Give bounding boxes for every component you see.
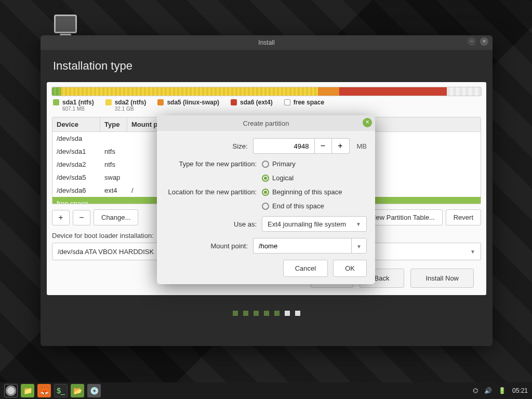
chevron-down-icon: ▼ xyxy=(356,244,362,249)
size-unit: MB xyxy=(357,142,367,150)
partition-legend: sda1 (ntfs)607.1 MB sda2 (ntfs)32.1 GB s… xyxy=(52,96,481,117)
remove-partition-button[interactable]: − xyxy=(73,210,90,225)
install-now-button[interactable]: Install Now xyxy=(410,269,474,288)
add-partition-button[interactable]: + xyxy=(52,210,70,225)
partbar-seg-sda1[interactable] xyxy=(52,87,61,96)
legend-sda1: sda1 (ntfs)607.1 MB xyxy=(53,99,94,112)
network-icon[interactable]: ⌬ xyxy=(473,387,478,394)
swatch-icon xyxy=(105,99,112,105)
partbar-seg-sda2[interactable] xyxy=(61,87,318,96)
window-title: Install xyxy=(258,39,274,46)
radio-icon xyxy=(262,203,269,210)
type-label: Type for the new partition: xyxy=(165,160,262,168)
partbar-seg-free[interactable] xyxy=(447,87,481,96)
legend-sda5: sda5 (linux-swap) xyxy=(157,99,219,112)
dialog-close-button[interactable]: × xyxy=(363,118,372,127)
create-partition-dialog: Create partition × Size: − + MB Type for… xyxy=(157,115,375,284)
radio-primary[interactable]: Primary xyxy=(262,160,367,168)
dialog-ok-button[interactable]: OK xyxy=(333,260,367,277)
radio-icon xyxy=(262,189,269,196)
dot-icon xyxy=(295,311,300,316)
dot-icon xyxy=(264,311,269,316)
partbar-seg-sda5[interactable] xyxy=(318,87,339,96)
swatch-icon xyxy=(284,99,290,105)
radio-icon xyxy=(262,175,269,182)
size-increment-button[interactable]: + xyxy=(332,138,350,154)
dot-icon xyxy=(243,311,248,316)
volume-icon[interactable]: 🔊 xyxy=(484,387,492,394)
minimize-button[interactable]: − xyxy=(468,37,476,46)
battery-icon[interactable]: 🔋 xyxy=(498,387,506,394)
progress-dots xyxy=(41,311,493,316)
legend-free: free space xyxy=(284,99,324,112)
dot-icon xyxy=(254,311,259,316)
partition-bar[interactable] xyxy=(52,87,481,96)
mount-point-input[interactable] xyxy=(253,238,351,254)
desktop-computer-icon[interactable] xyxy=(54,15,77,33)
swatch-icon xyxy=(157,99,164,105)
system-tray: ⌬ 🔊 🔋 05:21 xyxy=(473,387,528,394)
partbar-seg-sda6[interactable] xyxy=(339,87,447,96)
radio-end[interactable]: End of this space xyxy=(262,202,367,210)
window-titlebar: Install − × xyxy=(41,35,493,50)
dot-icon xyxy=(285,311,290,316)
folder-icon[interactable]: 📂 xyxy=(71,384,84,397)
dot-icon xyxy=(233,311,238,316)
change-partition-button[interactable]: Change... xyxy=(94,209,138,225)
legend-sda6: sda6 (ext4) xyxy=(231,99,273,112)
swatch-icon xyxy=(53,99,59,105)
mount-point-dropdown-button[interactable]: ▼ xyxy=(351,238,367,254)
size-decrement-button[interactable]: − xyxy=(314,138,332,154)
revert-button[interactable]: Revert xyxy=(446,209,481,225)
size-label: Size: xyxy=(165,142,253,150)
size-spinner: − + xyxy=(253,138,350,154)
swatch-icon xyxy=(231,99,237,105)
page-heading: Installation type xyxy=(41,50,493,82)
firefox-icon[interactable]: 🦊 xyxy=(37,384,51,397)
dialog-title: Create partition xyxy=(243,119,289,127)
th-device[interactable]: Device xyxy=(52,117,100,131)
dot-icon xyxy=(274,311,280,316)
radio-icon xyxy=(262,161,269,168)
file-manager-icon[interactable]: 📁 xyxy=(21,384,34,397)
size-input[interactable] xyxy=(253,138,314,154)
radio-beginning[interactable]: Beginning of this space xyxy=(262,188,367,196)
close-button[interactable]: × xyxy=(480,37,488,46)
clock[interactable]: 05:21 xyxy=(512,387,528,394)
chevron-down-icon: ▼ xyxy=(470,249,475,255)
useas-label: Use as: xyxy=(165,220,262,228)
installer-taskbar-icon[interactable]: 💿 xyxy=(87,384,101,397)
chevron-down-icon: ▼ xyxy=(356,221,361,227)
legend-sda2: sda2 (ntfs)32.1 GB xyxy=(105,99,147,112)
th-type[interactable]: Type xyxy=(100,117,127,131)
mount-label: Mount point: xyxy=(165,242,253,250)
mount-point-combo[interactable]: ▼ xyxy=(253,238,367,254)
location-label: Location for the new partition: xyxy=(165,188,262,196)
terminal-icon[interactable]: $_ xyxy=(54,384,68,397)
dialog-cancel-button[interactable]: Cancel xyxy=(283,260,328,277)
taskbar[interactable]: 📁 🦊 $_ 📂 💿 ⌬ 🔊 🔋 05:21 xyxy=(0,382,532,399)
dialog-titlebar: Create partition × xyxy=(157,115,375,131)
radio-logical[interactable]: Logical xyxy=(262,174,367,182)
useas-select[interactable]: Ext4 journaling file system ▼ xyxy=(262,216,367,232)
start-menu-button[interactable] xyxy=(4,384,18,397)
bootloader-value: /dev/sda ATA VBOX HARDDISK xyxy=(58,248,154,256)
